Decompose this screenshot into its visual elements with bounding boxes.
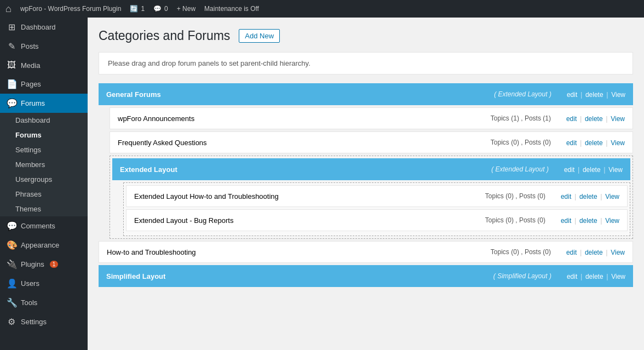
maintenance-text: Maintenance is Off (204, 5, 259, 13)
general-forums-children: wpForo Announcements Topics (1) , Posts … (110, 107, 633, 241)
forum-faq: Frequently Asked Questions Topics (0) , … (110, 131, 633, 153)
sidebar-sub-settings[interactable]: Settings (0, 142, 88, 157)
sidebar-item-appearance[interactable]: 🎨 Appearance (0, 236, 88, 255)
extended-bugreports-edit[interactable]: edit (561, 217, 571, 225)
plugins-icon: 🔌 (7, 259, 16, 269)
pages-icon: 📄 (7, 79, 16, 89)
updates-link[interactable]: 🔄 1 (130, 5, 145, 13)
extended-bugreports-delete[interactable]: delete (579, 217, 597, 225)
faq-view[interactable]: View (611, 139, 625, 147)
simplified-layout-view[interactable]: View (611, 273, 625, 280)
settings-icon: ⚙ (7, 317, 16, 327)
general-forums-view[interactable]: View (611, 91, 625, 99)
faq-delete[interactable]: delete (585, 139, 603, 147)
forums-icon: 💬 (7, 98, 16, 108)
sidebar-label-users: Users (21, 279, 39, 288)
simplified-layout-name: Simplified Layout (99, 267, 486, 286)
extended-layout-delete[interactable]: delete (583, 166, 601, 174)
sidebar: ⊞ Dashboard ✎ Posts 🖼 Media 📄 Pages 💬 Fo… (0, 18, 88, 350)
extended-layout-edit[interactable]: edit (564, 166, 574, 174)
extended-layout-actions: edit | delete | View (556, 165, 630, 174)
extended-howto-delete[interactable]: delete (579, 193, 597, 200)
new-link[interactable]: + New (177, 5, 196, 13)
sidebar-sub-dashboard[interactable]: Dashboard (0, 113, 88, 128)
howto-troubleshooting-meta: Topics (0) , Posts (0) (483, 248, 559, 256)
site-name-text: wpForo - WordPress Forum Plugin (20, 5, 122, 13)
sidebar-item-settings[interactable]: ⚙ Settings (0, 312, 88, 331)
extended-howto-actions: edit | delete | View (553, 192, 627, 200)
extended-bugreports-name: Extended Layout - Bug Reports (127, 211, 478, 230)
sidebar-sub-members[interactable]: Members (0, 157, 88, 172)
extended-howto-view[interactable]: View (605, 193, 619, 200)
howto-troubleshooting-edit[interactable]: edit (566, 249, 577, 256)
extended-howto-name: Extended Layout How-to and Troubleshooti… (127, 187, 478, 206)
wpforo-announcements-meta: Topics (1) , Posts (1) (483, 114, 559, 122)
posts-icon: ✎ (7, 41, 16, 51)
sidebar-item-dashboard[interactable]: ⊞ Dashboard (0, 18, 88, 37)
admin-bar: ⌂ wpForo - WordPress Forum Plugin 🔄 1 💬 … (0, 0, 644, 18)
general-forums-edit[interactable]: edit (567, 91, 577, 99)
new-label: + New (177, 5, 196, 13)
category-extended-layout: Extended Layout ( Extended Layout ) edit… (112, 158, 630, 180)
wp-logo-icon: ⌂ (5, 3, 12, 15)
extended-bugreports-view[interactable]: View (605, 217, 619, 225)
sidebar-sub-themes[interactable]: Themes (0, 202, 88, 216)
extended-howto-edit[interactable]: edit (561, 193, 571, 200)
simplified-layout-actions: edit | delete | View (559, 272, 633, 280)
general-forums-actions: edit | delete | View (559, 90, 633, 99)
sidebar-label-comments: Comments (21, 222, 55, 230)
updates-icon: 🔄 (130, 5, 138, 13)
wp-logo-link[interactable]: ⌂ (5, 3, 12, 15)
tools-icon: 🔧 (7, 297, 16, 308)
forums-submenu: Dashboard Forums Settings Members Usergr… (0, 113, 88, 216)
sidebar-item-comments[interactable]: 💬 Comments (0, 216, 88, 236)
wpforo-announcements-delete[interactable]: delete (585, 115, 603, 123)
simplified-layout-edit[interactable]: edit (567, 273, 577, 280)
sidebar-label-plugins: Plugins (21, 260, 44, 268)
sidebar-item-media[interactable]: 🖼 Media (0, 56, 88, 74)
sidebar-item-posts[interactable]: ✎ Posts (0, 37, 88, 56)
faq-edit[interactable]: edit (566, 139, 577, 147)
users-icon: 👤 (7, 278, 16, 289)
category-general-forums: General Forums ( Extended Layout ) edit … (99, 83, 633, 105)
plugins-badge: 1 (50, 261, 59, 268)
comments-icon: 💬 (153, 5, 162, 13)
sidebar-item-pages[interactable]: 📄 Pages (0, 74, 88, 94)
sidebar-sub-forums[interactable]: Forums (0, 128, 88, 142)
sidebar-label-tools: Tools (21, 299, 37, 307)
faq-name: Frequently Asked Questions (110, 133, 483, 152)
sidebar-label-dashboard: Dashboard (21, 23, 56, 31)
dashboard-icon: ⊞ (7, 22, 16, 32)
site-name-link[interactable]: wpForo - WordPress Forum Plugin (20, 5, 122, 13)
sidebar-label-forums: Forums (21, 99, 45, 107)
extended-bugreports-actions: edit | delete | View (553, 216, 627, 225)
general-forums-delete[interactable]: delete (585, 91, 603, 99)
simplified-layout-meta: ( Simplified Layout ) (486, 272, 559, 280)
wpforo-announcements-edit[interactable]: edit (566, 115, 577, 123)
sidebar-label-posts: Posts (21, 42, 39, 50)
page-title: Categories and Forums (99, 28, 230, 43)
add-new-button[interactable]: Add New (239, 29, 280, 43)
general-forums-name: General Forums (99, 85, 486, 104)
sidebar-sub-usergroups[interactable]: Usergroups (0, 172, 88, 187)
howto-troubleshooting-delete[interactable]: delete (585, 249, 603, 256)
sidebar-item-plugins[interactable]: 🔌 Plugins 1 (0, 255, 88, 274)
wpforo-announcements-actions: edit | delete | View (559, 114, 633, 123)
extended-layout-view[interactable]: View (608, 166, 623, 174)
comments-sidebar-icon: 💬 (7, 221, 16, 231)
wpforo-announcements-view[interactable]: View (611, 115, 625, 123)
simplified-layout-delete[interactable]: delete (585, 273, 603, 280)
sidebar-item-tools[interactable]: 🔧 Tools (0, 293, 88, 312)
main-layout: ⊞ Dashboard ✎ Posts 🖼 Media 📄 Pages 💬 Fo… (0, 18, 644, 350)
howto-troubleshooting-view[interactable]: View (611, 249, 625, 256)
extended-layout-meta: ( Extended Layout ) (484, 165, 556, 173)
media-icon: 🖼 (7, 60, 16, 70)
page-title-row: Categories and Forums Add New (99, 28, 633, 43)
faq-actions: edit | delete | View (559, 139, 633, 147)
howto-troubleshooting-name: How-to and Troubleshooting (99, 243, 483, 262)
comments-link[interactable]: 💬 0 (153, 5, 168, 13)
sidebar-sub-phrases[interactable]: Phrases (0, 187, 88, 202)
sidebar-item-users[interactable]: 👤 Users (0, 274, 88, 293)
sidebar-label-pages: Pages (21, 80, 41, 88)
sidebar-item-forums[interactable]: 💬 Forums (0, 94, 88, 113)
